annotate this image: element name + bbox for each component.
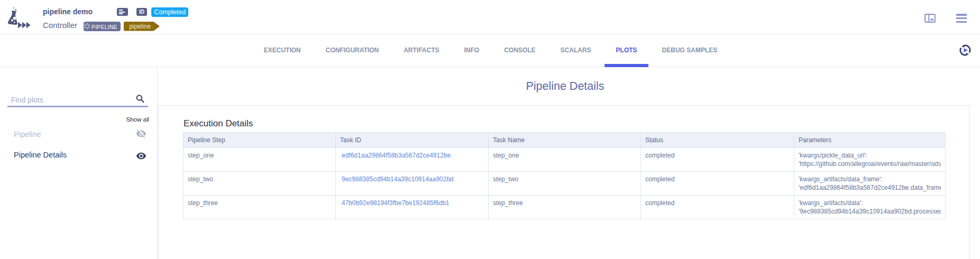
svg-text:pipeline: pipeline — [129, 23, 151, 30]
